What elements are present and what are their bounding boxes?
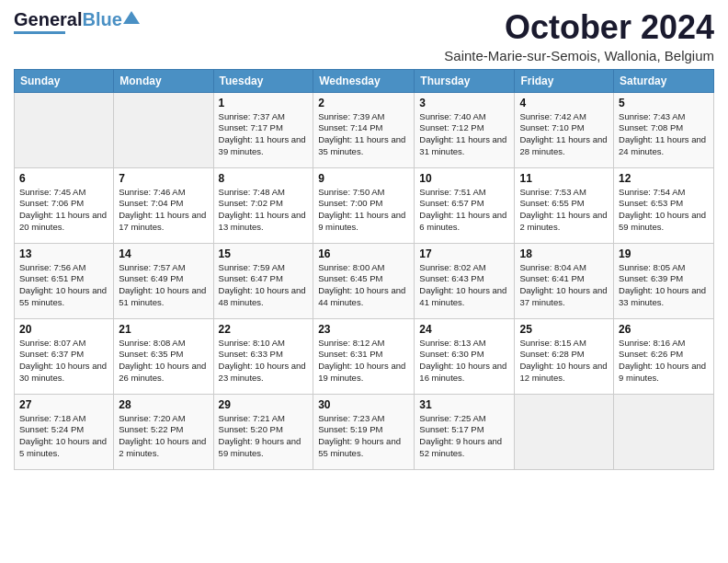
daylight-text: Daylight: 10 hours and 59 minutes.: [619, 210, 709, 234]
calendar-cell: 19Sunrise: 8:05 AMSunset: 6:39 PMDayligh…: [614, 243, 714, 318]
sunrise-text: Sunrise: 8:15 AM: [519, 338, 609, 350]
sunrise-text: Sunrise: 7:56 AM: [19, 262, 108, 274]
sunset-text: Sunset: 7:00 PM: [318, 198, 409, 210]
sunrise-text: Sunrise: 8:07 AM: [19, 338, 108, 350]
col-thursday: Thursday: [415, 69, 515, 92]
daylight-text: Daylight: 10 hours and 30 minutes.: [19, 361, 108, 385]
day-info: Sunrise: 7:20 AMSunset: 5:22 PMDaylight:…: [119, 413, 208, 460]
page: General Blue October 2024 Sainte-Marie-s…: [0, 0, 728, 563]
logo-general: General: [14, 9, 82, 30]
daylight-text: Daylight: 11 hours and 2 minutes.: [519, 210, 609, 234]
daylight-text: Daylight: 11 hours and 20 minutes.: [19, 210, 108, 234]
col-wednesday: Wednesday: [313, 69, 415, 92]
calendar-cell: [515, 394, 614, 469]
sunrise-text: Sunrise: 7:51 AM: [419, 187, 509, 199]
sunset-text: Sunset: 7:10 PM: [519, 122, 609, 134]
sunset-text: Sunset: 5:22 PM: [119, 424, 208, 436]
calendar-week-2: 6Sunrise: 7:45 AMSunset: 7:06 PMDaylight…: [15, 167, 714, 243]
logo: General Blue: [14, 9, 140, 34]
calendar-cell: 29Sunrise: 7:21 AMSunset: 5:20 PMDayligh…: [213, 394, 313, 469]
day-info: Sunrise: 8:07 AMSunset: 6:37 PMDaylight:…: [19, 338, 108, 385]
daylight-text: Daylight: 10 hours and 19 minutes.: [318, 361, 409, 385]
daylight-text: Daylight: 10 hours and 41 minutes.: [419, 285, 509, 309]
sunset-text: Sunset: 7:12 PM: [419, 122, 509, 134]
calendar-week-3: 13Sunrise: 7:56 AMSunset: 6:51 PMDayligh…: [15, 243, 714, 318]
calendar-cell: 11Sunrise: 7:53 AMSunset: 6:55 PMDayligh…: [515, 167, 614, 243]
day-info: Sunrise: 7:56 AMSunset: 6:51 PMDaylight:…: [19, 262, 108, 309]
sunrise-text: Sunrise: 7:42 AM: [519, 111, 609, 123]
daylight-text: Daylight: 11 hours and 6 minutes.: [419, 210, 509, 234]
logo-underline: [14, 31, 65, 34]
sunset-text: Sunset: 6:55 PM: [519, 198, 609, 210]
day-number: 5: [619, 97, 709, 109]
daylight-text: Daylight: 10 hours and 23 minutes.: [219, 361, 309, 385]
day-number: 14: [119, 247, 208, 260]
daylight-text: Daylight: 10 hours and 48 minutes.: [219, 285, 309, 309]
day-info: Sunrise: 8:10 AMSunset: 6:33 PMDaylight:…: [219, 338, 309, 385]
day-number: 31: [419, 398, 509, 411]
sunrise-text: Sunrise: 7:18 AM: [19, 413, 108, 425]
day-number: 20: [19, 323, 108, 336]
day-number: 8: [219, 172, 309, 185]
day-number: 22: [219, 323, 309, 336]
sunrise-text: Sunrise: 7:25 AM: [419, 413, 509, 425]
day-info: Sunrise: 8:15 AMSunset: 6:28 PMDaylight:…: [519, 338, 609, 385]
calendar-cell: 7Sunrise: 7:46 AMSunset: 7:04 PMDaylight…: [114, 167, 213, 243]
day-info: Sunrise: 8:13 AMSunset: 6:30 PMDaylight:…: [419, 338, 509, 385]
daylight-text: Daylight: 10 hours and 51 minutes.: [119, 285, 208, 309]
daylight-text: Daylight: 11 hours and 9 minutes.: [318, 210, 409, 234]
col-friday: Friday: [515, 69, 614, 92]
daylight-text: Daylight: 9 hours and 59 minutes.: [219, 436, 309, 460]
sunset-text: Sunset: 7:08 PM: [619, 122, 709, 134]
calendar-cell: [114, 92, 213, 167]
daylight-text: Daylight: 10 hours and 26 minutes.: [119, 361, 208, 385]
daylight-text: Daylight: 11 hours and 31 minutes.: [419, 134, 509, 158]
sunset-text: Sunset: 5:19 PM: [318, 424, 409, 436]
daylight-text: Daylight: 11 hours and 17 minutes.: [119, 210, 208, 234]
day-info: Sunrise: 7:37 AMSunset: 7:17 PMDaylight:…: [219, 111, 309, 158]
daylight-text: Daylight: 11 hours and 28 minutes.: [519, 134, 609, 158]
day-info: Sunrise: 7:50 AMSunset: 7:00 PMDaylight:…: [318, 187, 409, 234]
sunrise-text: Sunrise: 7:53 AM: [519, 187, 609, 199]
sunrise-text: Sunrise: 8:00 AM: [318, 262, 409, 274]
calendar-week-4: 20Sunrise: 8:07 AMSunset: 6:37 PMDayligh…: [15, 318, 714, 394]
calendar-week-5: 27Sunrise: 7:18 AMSunset: 5:24 PMDayligh…: [15, 394, 714, 469]
day-number: 18: [519, 247, 609, 260]
day-info: Sunrise: 7:46 AMSunset: 7:04 PMDaylight:…: [119, 187, 208, 234]
calendar-cell: [614, 394, 714, 469]
calendar-cell: 12Sunrise: 7:54 AMSunset: 6:53 PMDayligh…: [614, 167, 714, 243]
month-title: October 2024: [444, 9, 714, 46]
sunrise-text: Sunrise: 7:45 AM: [19, 187, 108, 199]
day-info: Sunrise: 8:05 AMSunset: 6:39 PMDaylight:…: [619, 262, 709, 309]
day-number: 25: [519, 323, 609, 336]
day-info: Sunrise: 8:08 AMSunset: 6:35 PMDaylight:…: [119, 338, 208, 385]
col-tuesday: Tuesday: [213, 69, 313, 92]
daylight-text: Daylight: 9 hours and 55 minutes.: [318, 436, 409, 460]
sunset-text: Sunset: 6:37 PM: [19, 349, 108, 361]
day-number: 11: [519, 172, 609, 185]
sunrise-text: Sunrise: 7:20 AM: [119, 413, 208, 425]
calendar-cell: 2Sunrise: 7:39 AMSunset: 7:14 PMDaylight…: [313, 92, 415, 167]
day-info: Sunrise: 7:53 AMSunset: 6:55 PMDaylight:…: [519, 187, 609, 234]
sunrise-text: Sunrise: 8:04 AM: [519, 262, 609, 274]
daylight-text: Daylight: 10 hours and 9 minutes.: [619, 361, 709, 385]
location-title: Sainte-Marie-sur-Semois, Wallonia, Belgi…: [444, 48, 714, 63]
calendar-cell: 17Sunrise: 8:02 AMSunset: 6:43 PMDayligh…: [415, 243, 515, 318]
day-number: 2: [318, 97, 409, 109]
day-info: Sunrise: 8:12 AMSunset: 6:31 PMDaylight:…: [318, 338, 409, 385]
col-sunday: Sunday: [15, 69, 114, 92]
sunset-text: Sunset: 6:30 PM: [419, 349, 509, 361]
calendar-cell: 4Sunrise: 7:42 AMSunset: 7:10 PMDaylight…: [515, 92, 614, 167]
calendar-week-1: 1Sunrise: 7:37 AMSunset: 7:17 PMDaylight…: [15, 92, 714, 167]
col-saturday: Saturday: [614, 69, 714, 92]
daylight-text: Daylight: 10 hours and 5 minutes.: [19, 436, 108, 460]
calendar-header-row: Sunday Monday Tuesday Wednesday Thursday…: [15, 69, 714, 92]
sunset-text: Sunset: 5:17 PM: [419, 424, 509, 436]
sunrise-text: Sunrise: 8:08 AM: [119, 338, 208, 350]
day-number: 12: [619, 172, 709, 185]
sunset-text: Sunset: 7:06 PM: [19, 198, 108, 210]
day-info: Sunrise: 8:16 AMSunset: 6:26 PMDaylight:…: [619, 338, 709, 385]
sunrise-text: Sunrise: 8:05 AM: [619, 262, 709, 274]
day-info: Sunrise: 7:43 AMSunset: 7:08 PMDaylight:…: [619, 111, 709, 158]
calendar-cell: 21Sunrise: 8:08 AMSunset: 6:35 PMDayligh…: [114, 318, 213, 394]
